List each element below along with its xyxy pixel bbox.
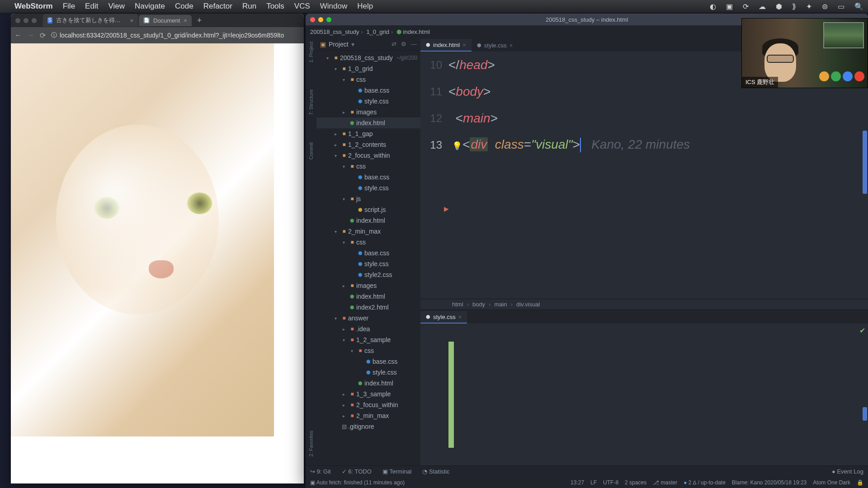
tree-row[interactable]: ▾■css [316,161,420,172]
tool-todo[interactable]: ✓ 6: TODO [342,468,372,475]
tree-row[interactable]: ⬢index.html [316,291,420,302]
status-icon[interactable]: ✦ [806,2,812,11]
collapse-icon[interactable]: ⇄ [392,41,396,47]
tree-row[interactable]: ⬢style.css [316,96,420,107]
tool-event-log[interactable]: ● Event Log [832,468,863,475]
tree-row[interactable]: ▾■1_2_sample [316,334,420,345]
editor-tab[interactable]: ⬢style.css× [472,39,518,52]
close-tab-icon[interactable]: × [130,17,133,24]
tree-row[interactable]: ▸■2_min_max [316,410,420,421]
tree-row[interactable]: ⬢base.css [316,248,420,258]
code-editor-css[interactable]: ✔ [420,324,868,465]
menu-run[interactable]: Run [242,2,256,11]
spotlight-icon[interactable]: 🔍 [854,2,863,11]
tree-row[interactable]: ▾■200518_css_study~/git/200 [316,52,420,63]
tree-row[interactable]: ▸■images [316,107,420,117]
project-file-tree[interactable]: ▾■200518_css_study~/git/200▾■1_0_grid▾■c… [316,51,420,465]
gutter-marker-icon[interactable]: ▶ [444,205,449,212]
breadcrumb[interactable]: 200518_css_study› 1_0_grid› ⬢ index.html [310,28,430,35]
app-icon[interactable] [831,71,841,81]
tree-row[interactable]: ⬢index.html [316,215,420,226]
browser-tab[interactable]: 📄 Document × [139,15,192,26]
tree-row[interactable]: ▾■2_focus_within [316,150,420,161]
tree-row[interactable]: ⬢index.html [316,117,420,128]
tree-row[interactable]: ▾■css [316,74,420,85]
new-tab-button[interactable]: + [193,16,207,25]
status-icon[interactable]: ▣ [726,2,733,11]
status-icon[interactable]: ☁ [759,2,766,11]
intention-bulb-icon[interactable]: 💡 [452,141,462,151]
git-blame[interactable]: Blame: Kano 2020/05/18 19:23 [732,479,807,486]
app-icon[interactable] [819,71,829,81]
git-branch[interactable]: ⎇ master [653,479,677,486]
window-traffic-lights[interactable] [15,18,37,23]
app-icon[interactable] [843,71,853,81]
indent-setting[interactable]: 2 spaces [625,479,646,486]
tree-row[interactable]: ▾■css [316,237,420,248]
tree-row[interactable]: ⬢base.css [316,172,420,183]
forward-button[interactable]: → [27,31,34,39]
tree-row[interactable]: ⬢index2.html [316,302,420,313]
menu-window[interactable]: Window [320,2,347,11]
battery-icon[interactable]: ▭ [838,2,844,11]
menu-help[interactable]: Help [357,2,373,11]
tree-row[interactable]: ⬢style.css [316,367,420,378]
status-icon[interactable]: ◐ [710,2,716,11]
tool-tab-commit[interactable]: Commit [308,142,314,160]
status-icon[interactable]: ⟳ [743,2,749,11]
tree-row[interactable]: ▸■1_1_gap [316,128,420,139]
tree-row[interactable]: ▾■answer [316,313,420,324]
file-encoding[interactable]: UTF-8 [603,479,618,486]
address-bar[interactable]: ⓘ localhost:63342/200518_css_study/1_0_g… [51,31,300,39]
tree-row[interactable]: ▸■images [316,280,420,291]
line-separator[interactable]: LF [590,479,597,486]
tree-row[interactable]: ▾■1_0_grid [316,63,420,74]
editor-tab[interactable]: ⬢index.html× [420,39,472,52]
menu-code[interactable]: Code [175,2,193,11]
tree-row[interactable]: ⬢style.css [316,258,420,269]
tool-terminal[interactable]: ▣ Terminal [382,468,412,475]
tree-row[interactable]: ▸■.idea [316,324,420,334]
tree-row[interactable]: ⬢base.css [316,85,420,96]
wifi-icon[interactable]: ⊜ [822,2,828,11]
caret-position[interactable]: 13:27 [571,479,584,486]
status-icon[interactable]: ⟫ [792,2,796,11]
tree-row[interactable]: ⬢script.js [316,204,420,215]
tool-git[interactable]: ↪ 9: Git [310,468,331,475]
browser-tab[interactable]: S 古きを捨て新しきを得るためのCS × [43,14,138,27]
reload-button[interactable]: ⟳ [40,31,46,40]
scrollbar-thumb[interactable] [863,131,867,194]
window-traffic-lights[interactable] [310,17,331,22]
menu-file[interactable]: File [63,2,75,11]
menu-view[interactable]: View [108,2,125,11]
status-icon[interactable]: ⬢ [776,2,782,11]
tree-row[interactable]: ▸■1_3_sample [316,389,420,399]
menu-edit[interactable]: Edit [85,2,98,11]
tool-tab-favorites[interactable]: 2: Favorites [308,431,314,456]
tree-row[interactable]: ▾■2_min_max [316,226,420,237]
editor-breadcrumb[interactable]: html› body› main› div.visual [420,299,868,310]
inspection-ok-icon[interactable]: ✔ [859,326,865,335]
lock-icon[interactable]: 🔒 [857,479,863,486]
tree-row[interactable]: ▤.gitignore [316,421,420,432]
vcs-status[interactable]: ● 2 ∆ / up-to-date [684,479,726,486]
tree-row[interactable]: ⬢style.css [316,183,420,193]
menubar-app-name[interactable]: WebStorm [14,2,53,11]
code-editor-html[interactable]: 10</head>11<body>12 <main>13 <div class=… [420,52,868,299]
tree-row[interactable]: ▸■2_focus_within [316,399,420,410]
hide-icon[interactable]: — [411,41,417,47]
settings-icon[interactable]: ⚙ [401,41,406,47]
back-button[interactable]: ← [14,31,22,39]
tree-row[interactable]: ▸■1_2_contents [316,139,420,150]
tree-row[interactable]: ▾■js [316,193,420,204]
close-tab-icon[interactable]: × [184,17,187,24]
menu-tools[interactable]: Tools [266,2,284,11]
site-info-icon[interactable]: ⓘ [51,31,57,39]
tool-tab-project[interactable]: 1: Project [308,42,314,62]
theme-indicator[interactable]: Atom One Dark [813,479,850,486]
editor-tab[interactable]: ⬢style.css× [420,311,467,324]
project-view-label[interactable]: Project [329,41,349,48]
tool-tab-structure[interactable]: 7: Structure [308,89,314,115]
menu-refactor[interactable]: Refactor [203,2,232,11]
menu-vcs[interactable]: VCS [294,2,310,11]
